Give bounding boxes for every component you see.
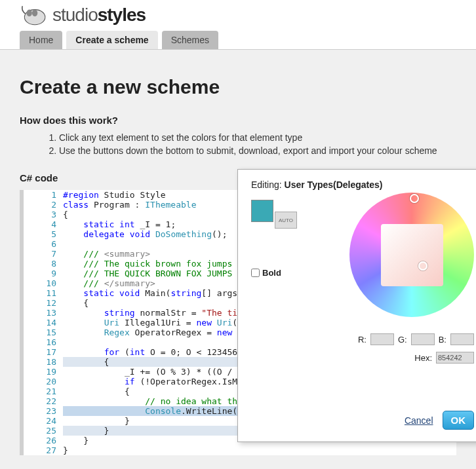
- line-number: 18: [24, 357, 63, 367]
- line-number: 25: [24, 426, 63, 436]
- nav-tabs: Home Create a scheme Schemes: [20, 31, 456, 49]
- line-number: 14: [24, 318, 63, 328]
- bold-checkbox[interactable]: [251, 269, 260, 277]
- site-header: studiostyles Home Create a scheme Scheme…: [0, 0, 476, 50]
- svg-point-2: [32, 10, 37, 17]
- tab-schemes[interactable]: Schemes: [162, 31, 218, 49]
- line-number: 26: [24, 436, 63, 445]
- line-number: 11: [24, 288, 63, 298]
- line-number: 21: [24, 386, 63, 396]
- hex-row: Hex:: [414, 352, 474, 364]
- line-number: 20: [24, 377, 63, 386]
- cancel-link[interactable]: Cancel: [405, 415, 433, 426]
- bold-label: Bold: [262, 268, 281, 278]
- mouse-icon: [20, 3, 47, 27]
- hex-input[interactable]: [436, 352, 474, 364]
- logo[interactable]: studiostyles: [20, 3, 456, 27]
- line-number: 13: [24, 308, 63, 318]
- line-number: 9: [24, 269, 63, 278]
- color-wheel[interactable]: [349, 193, 474, 317]
- line-number: 5: [24, 229, 63, 239]
- list-item: Use the buttons down the bottom to submi…: [59, 145, 456, 156]
- line-number: 8: [24, 259, 63, 269]
- r-input[interactable]: [370, 333, 394, 345]
- line-number: 10: [24, 278, 63, 288]
- g-input[interactable]: [411, 333, 435, 345]
- ok-button[interactable]: OK: [443, 411, 475, 430]
- line-number: 17: [24, 347, 63, 357]
- line-number: 6: [24, 239, 63, 249]
- line-number: 12: [24, 298, 63, 308]
- line-number: 7: [24, 249, 63, 259]
- line-number: 23: [24, 406, 63, 416]
- line-number: 22: [24, 396, 63, 406]
- line-number: 19: [24, 367, 63, 377]
- auto-swatch[interactable]: AUTO: [275, 212, 297, 229]
- line-number: 1: [24, 190, 63, 200]
- popup-title: Editing: User Types(Delegates): [251, 179, 474, 190]
- line-number: 3: [24, 210, 63, 219]
- line-number: 15: [24, 328, 63, 337]
- code-line[interactable]: 27}: [24, 445, 456, 455]
- list-item: Click any text element to set the colors…: [59, 132, 456, 143]
- color-swatch[interactable]: [251, 200, 273, 222]
- line-number: 4: [24, 219, 63, 229]
- color-editor-popup: Editing: User Types(Delegates) AUTO Bold…: [237, 169, 476, 442]
- rgb-inputs: R: G: B:: [358, 333, 474, 345]
- instructions-list: Click any text element to set the colors…: [33, 132, 456, 156]
- how-heading: How does this work?: [20, 115, 456, 126]
- logo-text: studiostyles: [52, 5, 146, 26]
- line-number: 2: [24, 200, 63, 210]
- line-number: 16: [24, 337, 63, 347]
- line-number: 27: [24, 445, 63, 455]
- b-input[interactable]: [450, 333, 474, 345]
- code-content[interactable]: }: [63, 445, 456, 455]
- tab-create-scheme[interactable]: Create a scheme: [66, 31, 157, 49]
- tab-home[interactable]: Home: [20, 31, 62, 49]
- line-number: 24: [24, 416, 63, 426]
- svg-point-1: [27, 10, 32, 17]
- page-title: Create a new scheme: [20, 76, 456, 98]
